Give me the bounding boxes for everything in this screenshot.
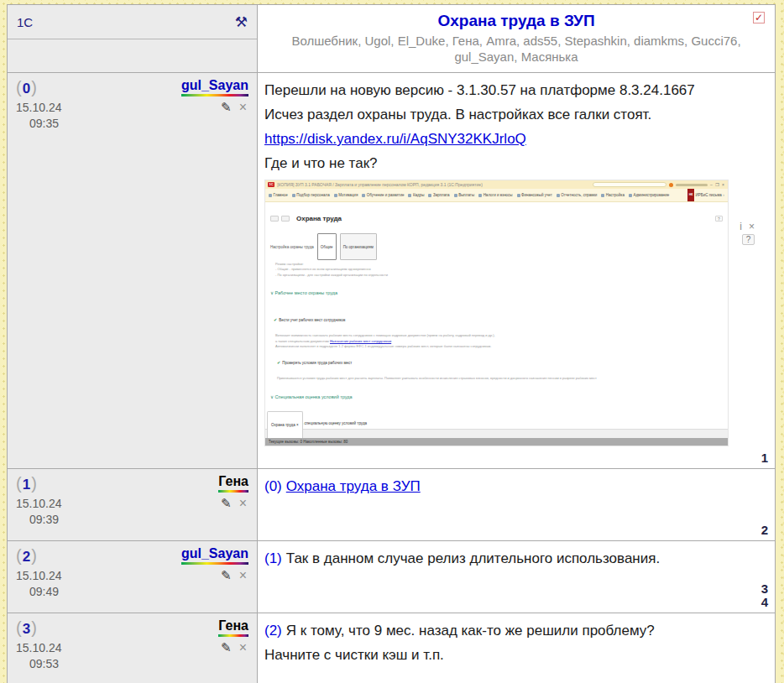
- edit-icon[interactable]: ✎: [221, 640, 232, 655]
- post-author[interactable]: gul_Sayan: [181, 546, 248, 562]
- rainbow-underline: [218, 490, 248, 493]
- post-number[interactable]: (3): [16, 618, 37, 638]
- 1c-help-icon: ?: [715, 216, 723, 222]
- delete-icon[interactable]: ×: [239, 640, 247, 655]
- 1c-menu-item: Финансовый учет: [517, 189, 552, 202]
- menu-item-icon: [454, 194, 457, 197]
- 1c-menu-item: Налоги и взносы: [478, 189, 512, 202]
- 1c-menu-item: НКИРБиС письма›: [687, 189, 724, 202]
- message-text: Где и что не так?: [264, 151, 766, 175]
- message-text: Так в данном случае релиз длительного ис…: [286, 550, 660, 566]
- menu-item-icon: [292, 194, 295, 197]
- screenshot-line: ✔Вести учет рабочих мест сотрудников: [274, 308, 723, 332]
- post-body: Перешли на новую версию - 3.1.30.57 на п…: [258, 73, 775, 468]
- message-text: Начните с чистки кэш и т.п.: [264, 643, 766, 667]
- post-row: (2) gul_Sayan 15.10.24 ✎ × 09:49 (1)Так …: [8, 540, 775, 613]
- 1c-menu-item: Обучение и развитие: [362, 189, 404, 202]
- screenshot-line: - По организациям - для настройки каждой…: [275, 273, 723, 277]
- 1c-menubar: ГлавноеПодбор персоналаМотивацияОбучение…: [265, 189, 728, 202]
- message-text: Я к тому, что 9 мес. назад как-то же реш…: [286, 623, 655, 639]
- forward-arrow-icon: [281, 216, 290, 222]
- rainbow-underline: [181, 94, 248, 96]
- message-text: Перешли на новую версию - 3.1.30.57 на п…: [264, 78, 701, 102]
- menu-item-icon: [362, 194, 365, 197]
- 1c-search-box: [593, 182, 666, 187]
- menu-item-icon: [601, 194, 604, 197]
- header-left-cell: 1C ⚒: [8, 5, 258, 72]
- delete-icon[interactable]: ×: [239, 496, 247, 511]
- 1c-mode-button: По организациям: [340, 233, 377, 260]
- screenshot-link: Назначение рабочих мест сотрудникам: [330, 339, 391, 343]
- forum-topic-table: 1C ⚒ Охрана труда в ЗУП Волшебник, Ugol,…: [7, 4, 776, 683]
- menu-item-icon: [334, 194, 337, 197]
- message-text: Исчез раздел охраны труда. В настройках …: [264, 102, 766, 127]
- 1c-menu-item: Выплаты: [454, 189, 475, 202]
- monitor-checkbox[interactable]: ✓: [753, 12, 765, 23]
- reply-ref-inline[interactable]: (1): [264, 550, 282, 566]
- tools-icon[interactable]: ⚒: [235, 13, 248, 31]
- screenshot-line: Включает возможность назначать рабочие м…: [275, 333, 723, 337]
- topic-link[interactable]: Охрана труда в ЗУП: [286, 478, 421, 494]
- delete-icon[interactable]: ×: [239, 100, 247, 115]
- section-search[interactable]: 1C ⚒: [8, 5, 257, 39]
- 1c-menu-item: Настройка: [601, 189, 625, 202]
- reply-ref-link[interactable]: 1: [761, 451, 768, 465]
- post-author[interactable]: Гена: [218, 474, 248, 490]
- menu-item-icon: [408, 194, 411, 197]
- post-body: (2)Я к тому, что 9 мес. назад как-то же …: [258, 613, 775, 683]
- post-meta: (0) gul_Sayan 15.10.24 ✎ × 09:35: [8, 73, 258, 468]
- 1c-menu-item: Подбор персонала: [292, 189, 330, 202]
- post-number[interactable]: (2): [16, 546, 37, 566]
- 1c-logo: 1С: [268, 182, 274, 187]
- edit-icon[interactable]: ✎: [221, 100, 232, 115]
- post-number[interactable]: (1): [16, 474, 37, 493]
- 1c-menu-item: Администрирование: [629, 189, 669, 202]
- screenshot-line: Привязываются условия труда рабочих мест…: [277, 376, 723, 380]
- post-number[interactable]: (0): [16, 78, 37, 97]
- topic-header-row: 1C ⚒ Охрана труда в ЗУП Волшебник, Ugol,…: [8, 5, 775, 72]
- screenshot-line: - Общие - применяется ко всем организаци…: [275, 267, 723, 271]
- yandex-disk-link[interactable]: https://disk.yandex.ru/i/AqSNY32KKJrloQ: [264, 131, 526, 147]
- post-date: 15.10.24: [16, 569, 62, 582]
- reply-ref-inline[interactable]: (0): [264, 478, 282, 494]
- post-author[interactable]: gul_Sayan: [181, 78, 248, 94]
- reply-ref-link[interactable]: 4: [761, 596, 768, 609]
- menu-item-icon: [478, 194, 482, 197]
- 1c-form-body: Охрана труда ? Настройка охраны труда Об…: [265, 202, 728, 446]
- post-time: 09:35: [8, 115, 257, 130]
- attached-screenshot[interactable]: 1С [КОПИЯ] ЗУП 3.1 РАБОЧАЯ / Зарплата и …: [264, 180, 729, 446]
- post-row: (3) Гена 15.10.24 ✎ × 09:53 (2)Я к тому,…: [8, 613, 775, 683]
- screenshot-line: ∨ Специальная оценка условий труда: [270, 385, 723, 409]
- 1c-statusbar: Текущие вызовы: 0 Накопленные вызовы: 80: [265, 438, 728, 446]
- help-button[interactable]: ?: [742, 234, 755, 245]
- reply-ref-link[interactable]: 2: [761, 524, 768, 537]
- menu-item-icon: [269, 194, 272, 197]
- 1c-menu-item: Кадры: [408, 189, 424, 202]
- attachment-info-icon[interactable]: i: [740, 221, 742, 232]
- checkbox-checked-icon: ✔: [277, 361, 280, 365]
- post-meta: (3) Гена 15.10.24 ✎ × 09:53: [8, 613, 258, 683]
- 1c-mode-button: Общие: [317, 233, 337, 260]
- edit-icon[interactable]: ✎: [221, 568, 232, 583]
- 1c-user-name: [676, 184, 708, 186]
- nk-badge-icon: НК: [687, 189, 694, 202]
- post-meta: (1) Гена 15.10.24 ✎ × 09:39: [8, 469, 258, 540]
- post-author[interactable]: Гена: [218, 618, 248, 634]
- 1c-settings-label: Настройка охраны труда: [270, 235, 314, 259]
- rainbow-underline: [218, 634, 248, 637]
- 1c-update-icon: [669, 183, 673, 187]
- rainbow-underline: [181, 562, 248, 565]
- reply-ref-inline[interactable]: (2): [264, 623, 282, 639]
- post-time: 09:53: [8, 655, 257, 670]
- delete-icon[interactable]: ×: [239, 568, 247, 583]
- reply-ref-link[interactable]: 3: [761, 582, 768, 596]
- menu-item-icon: [629, 194, 632, 197]
- post-date: 15.10.24: [16, 641, 62, 654]
- topic-participants: Волшебник, Ugol, El_Duke, Гена, Amra, ad…: [283, 33, 750, 65]
- post-row: (0) gul_Sayan 15.10.24 ✎ × 09:35 Перешли…: [8, 72, 775, 468]
- post-body: (1)Так в данном случае релиз длительного…: [258, 541, 775, 613]
- attachment-close-icon[interactable]: ×: [749, 221, 755, 232]
- edit-icon[interactable]: ✎: [221, 496, 232, 511]
- post-time: 09:39: [8, 511, 257, 526]
- screenshot-line: Автоматически заполняет в подразделе 1.2…: [275, 344, 723, 348]
